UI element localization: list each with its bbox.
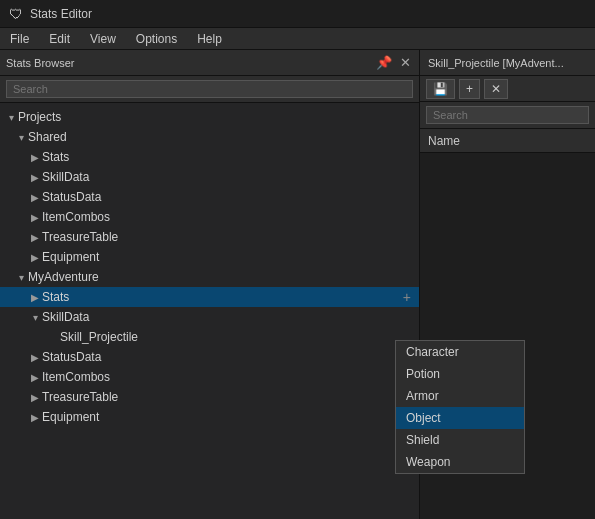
dropdown-item-shield[interactable]: Shield bbox=[396, 429, 524, 451]
tree-item-skill-projectile[interactable]: Skill_Projectile bbox=[0, 327, 419, 347]
left-panel: Stats Browser 📌 ✕ ▾ Projects ▾ Shared bbox=[0, 50, 420, 519]
tab-title: Skill_Projectile [MyAdvent... bbox=[428, 57, 564, 69]
title-bar: 🛡 Stats Editor bbox=[0, 0, 595, 28]
arrow-icon: ▶ bbox=[28, 392, 42, 403]
tree-label: StatusData bbox=[42, 350, 415, 364]
tree-item-itemcombos-shared[interactable]: ▶ ItemCombos + bbox=[0, 207, 419, 227]
pin-icon[interactable]: 📌 bbox=[374, 55, 394, 70]
tree-item-skilldata-myadventure[interactable]: ▾ SkillData bbox=[0, 307, 419, 327]
main-layout: Stats Browser 📌 ✕ ▾ Projects ▾ Shared bbox=[0, 50, 595, 519]
tree-item-statusdata-myadventure[interactable]: ▶ StatusData bbox=[0, 347, 419, 367]
right-search-input[interactable] bbox=[426, 106, 589, 124]
tree-item-treasuretable-shared[interactable]: ▶ TreasureTable + bbox=[0, 227, 419, 247]
menu-help[interactable]: Help bbox=[187, 28, 232, 50]
arrow-icon: ▶ bbox=[28, 212, 42, 223]
arrow-icon: ▶ bbox=[28, 172, 42, 183]
tree-item-stats-myadventure[interactable]: ▶ Stats + bbox=[0, 287, 419, 307]
arrow-icon: ▶ bbox=[28, 292, 42, 303]
search-area bbox=[0, 76, 419, 103]
search-input[interactable] bbox=[6, 80, 413, 98]
close-panel-icon[interactable]: ✕ bbox=[398, 55, 413, 70]
arrow-icon: ▾ bbox=[14, 272, 28, 283]
arrow-icon: ▶ bbox=[28, 152, 42, 163]
tree-label: Shared bbox=[28, 130, 415, 144]
app-title: Stats Editor bbox=[30, 7, 92, 21]
tree-item-treasuretable-myadventure[interactable]: ▶ TreasureTable + bbox=[0, 387, 419, 407]
tree-label: ItemCombos bbox=[42, 370, 415, 384]
tree-label: TreasureTable bbox=[42, 390, 399, 404]
menu-file[interactable]: File bbox=[0, 28, 39, 50]
menu-bar: File Edit View Options Help bbox=[0, 28, 595, 50]
tree-item-skilldata-shared[interactable]: ▶ SkillData + bbox=[0, 167, 419, 187]
tree-item-equipment-shared[interactable]: ▶ Equipment + bbox=[0, 247, 419, 267]
tree-label: Equipment bbox=[42, 250, 399, 264]
menu-options[interactable]: Options bbox=[126, 28, 187, 50]
tree-item-statusdata-shared[interactable]: ▶ StatusData + bbox=[0, 187, 419, 207]
tree-item-projects[interactable]: ▾ Projects bbox=[0, 107, 419, 127]
tree-item-equipment-myadventure[interactable]: ▶ Equipment + bbox=[0, 407, 419, 427]
arrow-icon: ▶ bbox=[28, 352, 42, 363]
tree-item-myadventure[interactable]: ▾ MyAdventure bbox=[0, 267, 419, 287]
tree-item-stats-shared[interactable]: ▶ Stats + bbox=[0, 147, 419, 167]
tree-label: ItemCombos bbox=[42, 210, 399, 224]
menu-edit[interactable]: Edit bbox=[39, 28, 80, 50]
dropdown-item-potion[interactable]: Potion bbox=[396, 363, 524, 385]
tree-label: Stats bbox=[42, 290, 399, 304]
arrow-icon: ▶ bbox=[28, 372, 42, 383]
dropdown-item-character[interactable]: Character bbox=[396, 341, 524, 363]
tree-label: StatusData bbox=[42, 190, 399, 204]
app-icon: 🛡 bbox=[8, 6, 24, 22]
arrow-icon: ▶ bbox=[28, 232, 42, 243]
arrow-icon: ▾ bbox=[28, 312, 42, 323]
arrow-icon: ▾ bbox=[4, 112, 18, 123]
header-icons: 📌 ✕ bbox=[374, 55, 413, 70]
tree-label: Equipment bbox=[42, 410, 399, 424]
right-table-header: Name bbox=[420, 129, 595, 153]
tree-item-itemcombos-myadventure[interactable]: ▶ ItemCombos bbox=[0, 367, 419, 387]
tree-item-shared[interactable]: ▾ Shared bbox=[0, 127, 419, 147]
tree-label: Stats bbox=[42, 150, 399, 164]
dropdown-item-armor[interactable]: Armor bbox=[396, 385, 524, 407]
close-button[interactable]: ✕ bbox=[484, 79, 508, 99]
add-icon[interactable]: + bbox=[399, 289, 415, 305]
tree-label: Skill_Projectile bbox=[60, 330, 415, 344]
stats-browser-header: Stats Browser 📌 ✕ bbox=[0, 50, 419, 76]
file-tree: ▾ Projects ▾ Shared ▶ Stats + ▶ SkillDat… bbox=[0, 103, 419, 519]
name-column-header: Name bbox=[428, 134, 460, 148]
arrow-icon: ▶ bbox=[28, 252, 42, 263]
stats-browser-title: Stats Browser bbox=[6, 57, 74, 69]
arrow-icon: ▶ bbox=[28, 412, 42, 423]
arrow-icon: ▶ bbox=[28, 192, 42, 203]
context-dropdown: Character Potion Armor Object Shield Wea… bbox=[395, 340, 525, 474]
tree-label: SkillData bbox=[42, 170, 399, 184]
tree-label: SkillData bbox=[42, 310, 415, 324]
save-button[interactable]: 💾 bbox=[426, 79, 455, 99]
arrow-icon: ▾ bbox=[14, 132, 28, 143]
dropdown-item-weapon[interactable]: Weapon bbox=[396, 451, 524, 473]
menu-view[interactable]: View bbox=[80, 28, 126, 50]
add-button[interactable]: + bbox=[459, 79, 480, 99]
right-panel-toolbar: 💾 + ✕ bbox=[420, 76, 595, 102]
tree-label: Projects bbox=[18, 110, 415, 124]
tree-label: MyAdventure bbox=[28, 270, 415, 284]
tree-label: TreasureTable bbox=[42, 230, 399, 244]
right-search-area bbox=[420, 102, 595, 129]
right-panel-tab: Skill_Projectile [MyAdvent... bbox=[420, 50, 595, 76]
dropdown-item-object[interactable]: Object bbox=[396, 407, 524, 429]
